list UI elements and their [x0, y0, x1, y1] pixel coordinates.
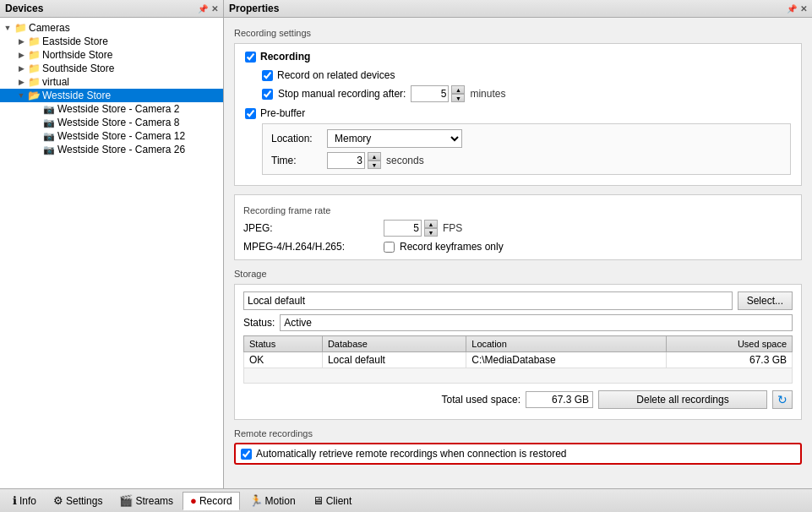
time-down[interactable]: ▼	[368, 161, 381, 169]
tab-record[interactable]: ● Record	[183, 492, 240, 510]
camera26-icon: 📷	[42, 144, 56, 155]
remote-title: Remote recordings	[234, 428, 802, 438]
jpeg-label: JPEG:	[243, 222, 379, 234]
client-icon: 🖥	[313, 494, 324, 507]
tree-cameras-root[interactable]: ▼ 📁 Cameras	[0, 21, 223, 35]
expand-virtual[interactable]: ▶	[15, 76, 27, 88]
tree-southside-store[interactable]: ▶ 📁 Southside Store	[0, 62, 223, 75]
jpeg-down[interactable]: ▼	[424, 228, 438, 237]
virtual-folder-icon: 📁	[27, 76, 41, 88]
location-select[interactable]: Memory Disk	[327, 129, 462, 148]
prebuffer-checkbox[interactable]	[245, 108, 256, 119]
storage-title: Storage	[234, 269, 802, 279]
camera12-icon: 📷	[42, 130, 56, 142]
mpeg-label: MPEG-4/H.264/H.265:	[243, 241, 379, 253]
record-related-checkbox[interactable]	[262, 70, 273, 81]
camera2-label: Westside Store - Camera 2	[57, 103, 180, 115]
tab-settings-label: Settings	[66, 495, 102, 507]
stop-manual-unit: minutes	[470, 88, 505, 100]
eastside-folder-icon: 📁	[27, 35, 41, 47]
total-label: Total used space:	[442, 394, 520, 406]
devices-panel-title: Devices	[5, 3, 43, 14]
tab-record-label: Record	[199, 495, 232, 507]
camera8-icon: 📷	[42, 117, 56, 128]
tab-info[interactable]: ℹ Info	[5, 492, 44, 510]
tab-motion[interactable]: 🏃 Motion	[242, 492, 303, 510]
properties-panel-title: Properties	[229, 3, 279, 14]
virtual-label: virtual	[42, 76, 69, 88]
col-location: Location	[466, 336, 666, 352]
streams-icon: 🎬	[119, 494, 133, 507]
jpeg-spinner[interactable]: 5 ▲ ▼	[384, 220, 438, 237]
southside-label: Southside Store	[42, 63, 114, 74]
camera8-label: Westside Store - Camera 8	[57, 117, 180, 128]
storage-input[interactable]: Local default	[243, 291, 733, 310]
prebuffer-label: Pre-buffer	[260, 107, 305, 119]
tree-northside-store[interactable]: ▶ 📁 Northside Store	[0, 48, 223, 62]
prop-close-icon[interactable]: ✕	[800, 4, 807, 14]
stop-manual-checkbox[interactable]	[262, 89, 273, 100]
jpeg-input[interactable]: 5	[384, 220, 422, 237]
remote-checkbox[interactable]	[241, 449, 252, 460]
expand-southside[interactable]: ▶	[15, 63, 27, 74]
stop-manual-input[interactable]: 5	[411, 85, 449, 102]
bottom-tab-bar: ℹ Info ⚙ Settings 🎬 Streams ● Record 🏃 M…	[0, 488, 812, 512]
expand-cameras[interactable]: ▼	[2, 22, 14, 34]
tab-settings[interactable]: ⚙ Settings	[46, 492, 110, 510]
tree-camera-8[interactable]: ▶ 📷 Westside Store - Camera 8	[0, 116, 223, 129]
time-unit: seconds	[386, 155, 424, 166]
tab-motion-label: Motion	[265, 495, 296, 507]
row-usedspace: 67.3 GB	[666, 352, 792, 368]
location-label: Location:	[271, 133, 322, 144]
refresh-button[interactable]: ↻	[772, 390, 793, 409]
panel-close-icon[interactable]: ✕	[211, 4, 218, 14]
motion-icon: 🏃	[249, 494, 263, 507]
device-tree: ▼ 📁 Cameras ▶ 📁 Eastside Store ▶ 📁 North…	[0, 18, 223, 488]
stop-manual-spinner[interactable]: 5 ▲ ▼	[411, 85, 465, 102]
camera12-label: Westside Store - Camera 12	[57, 130, 185, 142]
time-input[interactable]: 3	[327, 152, 365, 169]
select-button[interactable]: Select...	[738, 291, 793, 310]
status-value: Active	[280, 314, 793, 331]
westside-label: Westside Store	[42, 90, 111, 101]
tree-camera-2[interactable]: ▶ 📷 Westside Store - Camera 2	[0, 102, 223, 116]
prop-pin-icon[interactable]: 📌	[787, 4, 797, 14]
tree-virtual[interactable]: ▶ 📁 virtual	[0, 75, 223, 89]
stop-manual-up[interactable]: ▲	[451, 85, 465, 94]
recording-settings-title: Recording settings	[234, 28, 802, 38]
storage-table: Status Database Location Used space OK L…	[243, 335, 793, 384]
tree-westside-store[interactable]: ▼ 📂 Westside Store	[0, 89, 223, 102]
southside-folder-icon: 📁	[27, 63, 41, 74]
tab-client-label: Client	[326, 495, 352, 507]
recording-checkbox[interactable]	[245, 52, 256, 63]
framerate-title: Recording frame rate	[243, 205, 793, 215]
delete-recordings-button[interactable]: Delete all recordings	[598, 390, 767, 409]
status-label: Status:	[243, 317, 275, 329]
tab-client[interactable]: 🖥 Client	[305, 492, 360, 510]
expand-northside[interactable]: ▶	[15, 49, 27, 61]
expand-eastside[interactable]: ▶	[15, 35, 27, 47]
col-usedspace: Used space	[666, 336, 792, 352]
tab-streams-label: Streams	[135, 495, 173, 507]
col-database: Database	[322, 336, 466, 352]
total-value: 67.3 GB	[526, 391, 593, 408]
westside-folder-icon: 📂	[27, 90, 41, 101]
stop-manual-down[interactable]: ▼	[451, 94, 465, 102]
panel-pin-icon[interactable]: 📌	[198, 4, 208, 14]
table-row-empty	[244, 368, 793, 384]
expand-westside[interactable]: ▼	[15, 90, 27, 101]
record-icon: ●	[190, 494, 197, 507]
tab-streams[interactable]: 🎬 Streams	[112, 492, 181, 510]
tree-camera-26[interactable]: ▶ 📷 Westside Store - Camera 26	[0, 143, 223, 156]
jpeg-up[interactable]: ▲	[424, 220, 438, 228]
keyframes-checkbox[interactable]	[384, 242, 395, 253]
tree-camera-12[interactable]: ▶ 📷 Westside Store - Camera 12	[0, 129, 223, 143]
time-spinner[interactable]: 3 ▲ ▼	[327, 152, 381, 169]
tree-eastside-store[interactable]: ▶ 📁 Eastside Store	[0, 35, 223, 48]
stop-manual-label: Stop manual recording after:	[278, 88, 406, 100]
record-related-label: Record on related devices	[277, 69, 395, 81]
time-up[interactable]: ▲	[368, 152, 381, 161]
keyframes-label: Record keyframes only	[400, 241, 504, 253]
cameras-folder-icon: 📁	[14, 22, 27, 34]
settings-icon: ⚙	[53, 494, 63, 507]
